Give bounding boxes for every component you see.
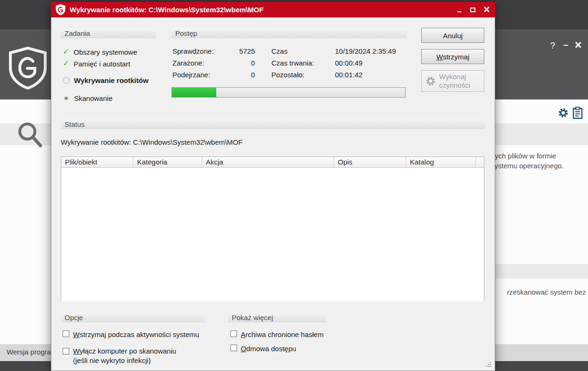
task-active-spinner-icon [63, 77, 70, 84]
stat-label: Podejrzane: [172, 71, 210, 79]
execute-actions-button[interactable]: Wykonaj czynności [421, 70, 484, 92]
execute-label-line2: czynności [439, 81, 470, 89]
bg-close-icon[interactable]: × [573, 40, 583, 50]
option-mnemonic: W [73, 347, 80, 355]
stat-value: 0 [212, 59, 255, 67]
actions-gear-icon [425, 76, 436, 86]
pause-mnemonic: W [436, 53, 443, 61]
stat-label: Zarażone: [172, 59, 204, 67]
cancel-button-label: Anuluj [443, 32, 463, 40]
bg-text-line: systemu operacyjnego. [491, 162, 564, 170]
pause-rest: strzymaj [443, 53, 469, 61]
options-header: Opcje [61, 313, 204, 322]
progress-fill [172, 88, 216, 97]
shutdown-after-scan-option[interactable]: Wyłącz komputer po skanowaniu (jeśli nie… [63, 346, 218, 365]
option-mnemonic: O [241, 345, 246, 353]
bg-version-label: Wersja progra [7, 348, 51, 356]
task-label: Skanowanie [74, 94, 113, 102]
pause-button[interactable]: Wstrzymaj [421, 49, 484, 64]
check-icon: ✓ [63, 48, 69, 56]
task-label: Wykrywanie rootkitów [74, 76, 148, 84]
task-item: Skanowanie [63, 93, 113, 103]
option-mnemonic: A [241, 330, 245, 338]
show-more-header: Pokaż więcej [228, 313, 326, 322]
option-label: strzymaj podczas aktywności systemu [80, 330, 199, 338]
report-clipboard-icon[interactable] [572, 107, 583, 119]
results-table-header: Plik/obiekt Kategoria Akcja Opis Katalog [61, 157, 484, 168]
dialog-maximize-icon[interactable] [467, 2, 478, 17]
bg-section-band-2 [490, 264, 588, 279]
settings-gear-icon[interactable] [558, 107, 569, 118]
option-label-line2: (jeśli nie wykryto infekcji) [73, 356, 151, 364]
status-text: Wykrywanie rootkitów: C:\Windows\System3… [61, 138, 243, 146]
stat-label: Sprawdzone: [172, 47, 214, 55]
task-label: Obszary systemowe [74, 48, 137, 56]
resize-grip[interactable] [485, 361, 491, 367]
column-header-stub [476, 157, 484, 167]
stat-label: Pozostało: [271, 71, 304, 79]
search-icon [15, 120, 45, 150]
column-header-catalog[interactable]: Katalog [406, 157, 476, 167]
option-mnemonic: W [73, 330, 80, 338]
column-header-action[interactable]: Akcja [202, 157, 334, 167]
stat-label: Czas [271, 47, 287, 55]
task-label: Pamięć i autostart [74, 60, 130, 68]
gdata-logo [8, 46, 48, 90]
status-header: Status [61, 119, 485, 129]
stat-label: Czas trwania: [271, 59, 314, 67]
pause-on-activity-option[interactable]: Wstrzymaj podczas aktywności systemu [63, 330, 218, 338]
stat-value: 10/19/2024 2:35:49 [335, 47, 396, 55]
option-label: rchiwa chronione hasłem [245, 330, 324, 338]
cancel-button[interactable]: Anuluj [421, 28, 484, 43]
access-denied-option[interactable]: Odmowa dostępu [230, 345, 353, 353]
bg-text-line: rzeskanować system bez [507, 288, 586, 296]
task-item: ✓ Pamięć i autostart [63, 59, 130, 68]
tasks-header: Zadania [61, 28, 156, 38]
execute-label-line1: Wykonaj [439, 73, 466, 81]
scan-dialog: Wykrywanie rootkitów: C:\Windows\System3… [51, 2, 495, 371]
password-archives-option[interactable]: Archiwa chronione hasłem [230, 330, 353, 338]
checkbox[interactable] [63, 348, 69, 355]
column-header-category[interactable]: Kategoria [133, 157, 202, 167]
checkbox[interactable] [230, 330, 237, 337]
bg-minimize-icon[interactable]: – [561, 40, 571, 50]
progress-header: Postęp [172, 28, 407, 38]
dialog-title: Wykrywanie rootkitów: C:\Windows\System3… [70, 6, 263, 14]
dialog-minimize-icon[interactable]: – [454, 2, 465, 17]
stat-value: 00:00:49 [335, 59, 362, 67]
checkbox[interactable] [230, 345, 237, 351]
task-item: ✓ Obszary systemowe [63, 47, 137, 57]
option-label: dmowa dostępu [246, 345, 296, 353]
dialog-titlebar[interactable]: Wykrywanie rootkitów: C:\Windows\System3… [51, 2, 495, 17]
stat-value: 5725 [212, 47, 255, 55]
progress-bar [172, 87, 406, 98]
column-header-file[interactable]: Plik/obiekt [61, 157, 133, 167]
task-pending-dot-icon [65, 97, 68, 100]
help-icon[interactable]: ? [547, 41, 558, 51]
check-icon: ✓ [63, 60, 69, 67]
bg-text-line: nych plików w formie [491, 152, 556, 160]
gdata-shield-icon [55, 4, 66, 16]
task-item: Wykrywanie rootkitów [63, 75, 148, 85]
stat-value: 00:01:42 [335, 71, 362, 79]
results-table-body [61, 168, 484, 301]
column-header-desc[interactable]: Opis [334, 157, 406, 167]
dialog-close-icon[interactable]: × [481, 2, 492, 17]
checkbox[interactable] [63, 330, 69, 337]
results-table: Plik/obiekt Kategoria Akcja Opis Katalog [61, 157, 484, 301]
option-label: yłącz komputer po skanowaniu [80, 347, 176, 355]
stat-value: 0 [212, 71, 255, 79]
